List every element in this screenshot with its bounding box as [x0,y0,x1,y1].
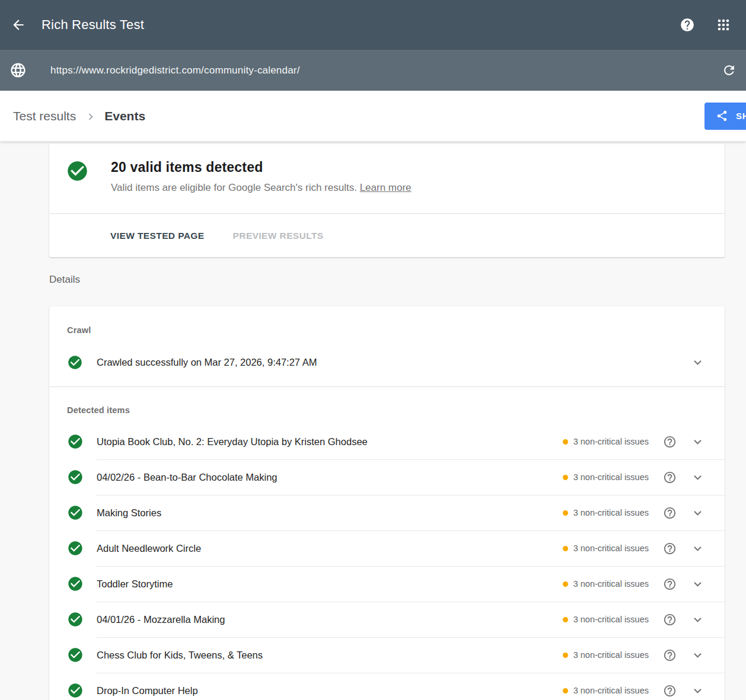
detected-item-row[interactable]: Adult Needlework Circle 3 non-critical i… [49,530,725,566]
non-critical-issues-badge: 3 non-critical issues [563,544,649,553]
issues-count-text: 3 non-critical issues [573,472,649,482]
url-bar: https://www.rockridgedistrict.com/commun… [0,50,746,91]
chevron-down-icon[interactable] [690,577,705,592]
details-card: Crawl Crawled successfully on Mar 27, 20… [49,306,725,700]
non-critical-issues-badge: 3 non-critical issues [563,615,649,624]
help-outline-icon[interactable] [663,613,677,627]
non-critical-issues-badge: 3 non-critical issues [563,579,649,589]
learn-more-link[interactable]: Learn more [360,182,412,193]
chevron-down-icon[interactable] [690,470,705,485]
detected-items-label: Detected items [49,387,725,415]
check-circle-icon [67,682,84,699]
check-circle-icon [67,433,84,450]
chevron-down-icon[interactable] [690,434,705,449]
check-circle-icon [67,576,84,592]
detected-item-row[interactable]: 04/02/26 - Bean-to-Bar Chocolate Making … [49,459,725,495]
apps-grid-icon[interactable] [716,18,731,32]
status-text: 20 valid items detected Valid items are … [111,159,412,194]
valid-items-description: Valid items are eligible for Google Sear… [111,182,412,194]
check-circle-icon [66,159,89,183]
warning-dot-icon [563,653,568,658]
chevron-down-icon[interactable] [690,683,705,698]
non-critical-issues-badge: 3 non-critical issues [563,508,649,517]
issues-count-text: 3 non-critical issues [573,508,649,517]
detected-item-row[interactable]: Toddler Storytime 3 non-critical issues [49,566,725,602]
issues-count-text: 3 non-critical issues [573,544,649,553]
chevron-down-icon[interactable] [690,541,705,556]
warning-dot-icon [563,617,568,622]
crawl-section-label: Crawl [49,306,725,335]
check-circle-icon [67,504,84,521]
globe-icon [9,62,27,79]
help-outline-icon[interactable] [663,648,677,662]
detected-item-row[interactable]: Chess Club for Kids, Tweens, & Teens 3 n… [49,637,725,673]
detected-item-row[interactable]: Drop-In Computer Help 3 non-critical iss… [49,673,725,700]
breadcrumb: Test results Events SHARE [0,91,746,142]
share-button[interactable]: SHARE [704,103,746,130]
view-tested-page-button[interactable]: VIEW TESTED PAGE [110,231,205,241]
warning-dot-icon [563,510,568,516]
non-critical-issues-badge: 3 non-critical issues [563,437,649,446]
valid-items-status: 20 valid items detected Valid items are … [49,143,725,213]
warning-dot-icon [563,581,568,587]
help-outline-icon[interactable] [663,577,677,591]
help-outline-icon[interactable] [663,542,677,555]
non-critical-issues-badge: 3 non-critical issues [563,686,649,695]
warning-dot-icon [563,475,568,480]
item-title: 04/01/26 - Mozzarella Making [97,614,563,625]
valid-items-headline: 20 valid items detected [111,159,412,175]
crawl-status-row[interactable]: Crawled successfully on Mar 27, 2026, 9:… [49,343,725,382]
chevron-down-icon[interactable] [690,612,705,627]
back-arrow-icon[interactable] [11,17,26,33]
item-title: Chess Club for Kids, Tweens, & Teens [97,650,563,661]
tested-url: https://www.rockridgedistrict.com/commun… [50,65,300,76]
breadcrumb-test-results[interactable]: Test results [13,109,76,123]
item-title: 04/02/26 - Bean-to-Bar Chocolate Making [97,472,563,483]
item-title: Making Stories [97,507,563,519]
check-circle-icon [67,469,84,485]
chevron-down-icon[interactable] [690,648,705,663]
item-title: Utopia Book Club, No. 2: Everyday Utopia… [97,436,563,448]
check-circle-icon [67,611,84,628]
summary-card: 20 valid items detected Valid items are … [49,143,725,257]
details-label: Details [49,274,725,286]
summary-actions: VIEW TESTED PAGE PREVIEW RESULTS [49,214,725,257]
issues-count-text: 3 non-critical issues [573,579,649,589]
issues-count-text: 3 non-critical issues [573,437,649,446]
warning-dot-icon [563,546,568,551]
help-outline-icon[interactable] [663,435,677,449]
chevron-down-icon[interactable] [690,355,705,370]
detected-item-row[interactable]: 04/01/26 - Mozzarella Making 3 non-criti… [49,602,725,637]
chevron-down-icon[interactable] [690,506,705,520]
crawl-status-text: Crawled successfully on Mar 27, 2026, 9:… [97,357,690,368]
check-circle-icon [67,647,84,663]
chevron-right-icon [84,110,97,123]
app-bar: Rich Results Test [0,0,746,50]
help-outline-icon[interactable] [663,506,677,520]
item-title: Drop-In Computer Help [97,685,563,696]
check-circle-icon [67,540,84,557]
warning-dot-icon [563,439,568,445]
preview-results-button[interactable]: PREVIEW RESULTS [233,231,324,241]
detected-items-list: Utopia Book Club, No. 2: Everyday Utopia… [49,424,725,700]
refresh-icon[interactable] [722,63,737,78]
breadcrumb-current-events: Events [104,109,145,123]
main-content: 20 valid items detected Valid items are … [0,142,746,700]
rich-results-test-page: Rich Results Test https://www.rockridged… [0,0,746,700]
item-title: Toddler Storytime [97,578,563,590]
warning-dot-icon [563,688,568,693]
issues-count-text: 3 non-critical issues [573,615,649,624]
help-icon[interactable] [680,17,695,33]
app-title: Rich Results Test [42,17,144,33]
non-critical-issues-badge: 3 non-critical issues [563,472,649,482]
share-button-label: SHARE [736,111,746,121]
non-critical-issues-badge: 3 non-critical issues [563,650,649,660]
check-circle-icon [67,354,83,370]
item-title: Adult Needlework Circle [97,543,563,554]
issues-count-text: 3 non-critical issues [573,650,649,660]
detected-item-row[interactable]: Utopia Book Club, No. 2: Everyday Utopia… [49,424,725,459]
help-outline-icon[interactable] [663,684,677,698]
detected-item-row[interactable]: Making Stories 3 non-critical issues [49,495,725,530]
help-outline-icon[interactable] [663,471,677,484]
issues-count-text: 3 non-critical issues [573,686,649,695]
